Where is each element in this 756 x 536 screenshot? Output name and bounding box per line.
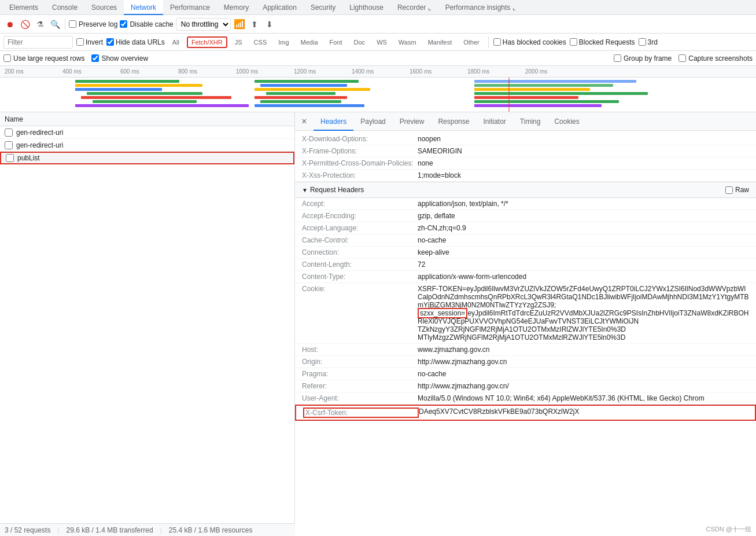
large-rows-input[interactable] <box>3 54 11 62</box>
tab-network[interactable]: Network <box>124 0 163 15</box>
invert-checkbox[interactable]: Invert <box>76 38 103 46</box>
request-checkbox-1[interactable] <box>5 141 13 149</box>
main-area: Name gen-redirect-uri gen-redirect-uri p… <box>0 112 756 523</box>
tab-performance[interactable]: Performance <box>163 0 217 15</box>
stop-recording-button[interactable]: ⏺ <box>3 18 16 31</box>
req-header-content-type: Content-Type: application/x-www-form-url… <box>295 271 756 283</box>
capture-screenshots-input[interactable] <box>678 54 686 62</box>
section-title: Request Headers <box>310 186 364 194</box>
type-media-button[interactable]: Media <box>297 36 322 48</box>
details-tab-preview[interactable]: Preview <box>393 112 432 131</box>
show-overview-checkbox[interactable]: Show overview <box>91 54 148 63</box>
raw-input[interactable] <box>725 186 733 194</box>
clear-button[interactable]: 🚫 <box>19 18 31 31</box>
preserve-log-input[interactable] <box>69 20 76 28</box>
request-checkbox-2[interactable] <box>6 154 14 162</box>
3rd-party-input[interactable] <box>639 38 646 46</box>
svg-rect-12 <box>260 100 341 103</box>
type-css-button[interactable]: CSS <box>250 36 271 48</box>
request-headers-section-header[interactable]: ▼ Request Headers Raw <box>295 182 756 198</box>
tab-sources[interactable]: Sources <box>84 0 124 15</box>
type-img-button[interactable]: Img <box>274 36 293 48</box>
show-overview-label: Show overview <box>101 54 148 63</box>
type-fetch-xhr-button[interactable]: Fetch/XHR <box>187 36 227 48</box>
raw-checkbox[interactable]: Raw <box>725 186 749 194</box>
request-row-2[interactable]: pubList <box>0 152 294 164</box>
type-ws-button[interactable]: WS <box>373 36 391 48</box>
large-rows-checkbox[interactable]: Use large request rows <box>3 54 84 63</box>
svg-rect-11 <box>255 96 347 99</box>
group-by-frame-checkbox[interactable]: Group by frame <box>614 54 672 63</box>
hide-data-urls-checkbox[interactable]: Hide data URLs <box>106 38 165 46</box>
details-tab-timing[interactable]: Timing <box>513 112 548 131</box>
tab-elements[interactable]: Elements <box>2 0 45 15</box>
wifi-icon[interactable]: 📶 <box>233 18 246 31</box>
filter-button[interactable]: ⚗ <box>34 18 46 31</box>
blocked-requests-label: Blocked Requests <box>579 38 635 46</box>
export-button[interactable]: ⬇ <box>263 18 276 31</box>
details-close-button[interactable]: × <box>297 115 311 129</box>
invert-input[interactable] <box>76 38 84 46</box>
large-rows-label: Use large request rows <box>13 54 84 63</box>
blocked-requests-checkbox[interactable]: Blocked Requests <box>570 38 635 46</box>
csrf-token-name: X-Csrf-Token: <box>303 407 419 418</box>
type-doc-button[interactable]: Doc <box>350 36 370 48</box>
svg-rect-14 <box>474 80 636 83</box>
divider-1 <box>65 19 65 30</box>
svg-rect-15 <box>474 84 613 87</box>
type-all-button[interactable]: All <box>168 36 183 48</box>
svg-rect-9 <box>255 88 370 91</box>
tab-recorder[interactable]: Recorder ⌞ <box>390 0 438 15</box>
request-checkbox-0[interactable] <box>5 129 13 137</box>
blocked-requests-input[interactable] <box>570 38 577 46</box>
req-header-user-agent: User-Agent: Mozilla/5.0 (Windows NT 10.0… <box>295 392 756 405</box>
capture-screenshots-checkbox[interactable]: Capture screenshots <box>678 54 753 63</box>
3rd-party-checkbox[interactable]: 3rd <box>639 38 658 46</box>
tab-performance-insights[interactable]: Performance insights ⌞ <box>438 0 523 15</box>
details-tab-initiator[interactable]: Initiator <box>476 112 512 131</box>
type-manifest-button[interactable]: Manifest <box>424 36 456 48</box>
svg-rect-1 <box>75 84 202 87</box>
group-by-frame-label: Group by frame <box>624 54 672 63</box>
request-row-0[interactable]: gen-redirect-uri <box>0 126 294 139</box>
search-button[interactable]: 🔍 <box>49 18 61 31</box>
timeline-chart <box>0 78 756 112</box>
tab-console[interactable]: Console <box>45 0 84 15</box>
tab-security[interactable]: Security <box>304 0 342 15</box>
tab-lighthouse[interactable]: Lighthouse <box>342 0 390 15</box>
blocked-cookies-input[interactable] <box>493 38 501 46</box>
request-row-1[interactable]: gen-redirect-uri <box>0 139 294 152</box>
hide-data-urls-input[interactable] <box>106 38 114 46</box>
request-panel: Name gen-redirect-uri gen-redirect-uri p… <box>0 112 295 523</box>
tab-bar: Elements Console Sources Network Perform… <box>0 0 756 15</box>
request-name-0: gen-redirect-uri <box>16 129 63 137</box>
details-tab-headers[interactable]: Headers <box>314 112 353 131</box>
szxx-session-value: szxx_session= <box>418 308 467 318</box>
group-by-frame-input[interactable] <box>614 54 621 62</box>
preserve-log-checkbox[interactable]: Preserve log <box>69 20 117 28</box>
details-tab-response[interactable]: Response <box>431 112 476 131</box>
type-other-button[interactable]: Other <box>459 36 484 48</box>
throttle-select[interactable]: No throttling <box>176 18 231 31</box>
show-overview-input[interactable] <box>91 54 99 62</box>
disable-cache-input[interactable] <box>120 20 127 28</box>
type-wasm-button[interactable]: Wasm <box>394 36 421 48</box>
type-js-button[interactable]: JS <box>231 36 246 48</box>
req-header-origin: Origin: http://www.zjmazhang.gov.cn <box>295 356 756 368</box>
filter-input[interactable] <box>3 36 73 49</box>
svg-rect-16 <box>474 88 590 91</box>
details-tab-payload[interactable]: Payload <box>353 112 392 131</box>
type-font-button[interactable]: Font <box>326 36 346 48</box>
import-button[interactable]: ⬆ <box>248 18 261 31</box>
blocked-cookies-label: Has blocked cookies <box>503 38 566 46</box>
tick-3: 800 ms <box>178 68 197 75</box>
svg-rect-10 <box>266 92 335 95</box>
svg-rect-6 <box>75 104 249 107</box>
details-tab-cookies[interactable]: Cookies <box>547 112 586 131</box>
blocked-cookies-checkbox[interactable]: Has blocked cookies <box>493 38 566 46</box>
req-header-accept-lang: Accept-Language: zh-CN,zh;q=0.9 <box>295 222 756 234</box>
disable-cache-checkbox[interactable]: Disable cache <box>120 20 173 28</box>
tab-memory[interactable]: Memory <box>217 0 256 15</box>
tick-8: 1800 ms <box>467 68 489 75</box>
tab-application[interactable]: Application <box>256 0 304 15</box>
